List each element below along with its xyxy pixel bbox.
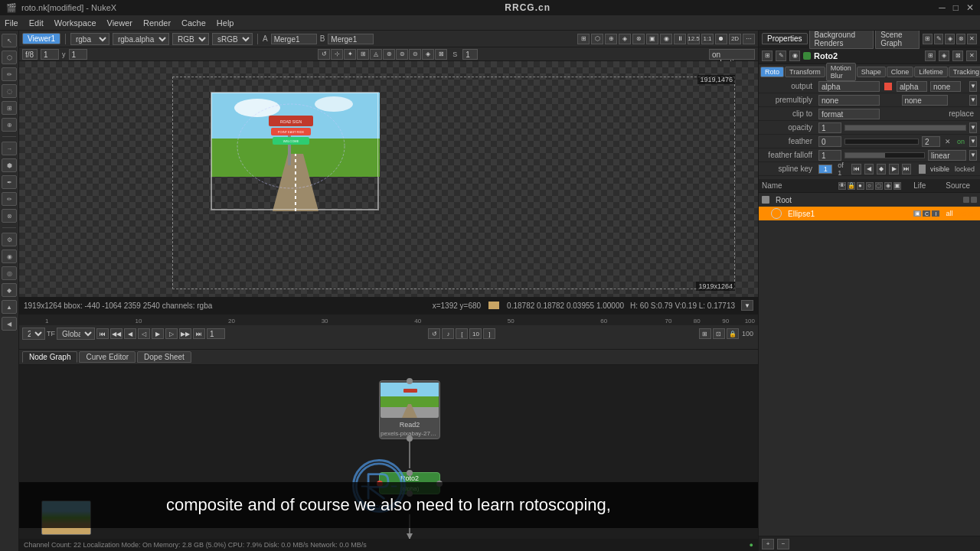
premultiply-value[interactable]: none (818, 95, 880, 106)
premultiply-value2[interactable]: none (902, 95, 948, 106)
panel-icon1[interactable]: ⊞ (923, 34, 933, 44)
spline-col-eye[interactable]: 👁 (838, 182, 846, 190)
visible-x[interactable] (919, 165, 926, 174)
menu-file[interactable]: File (5, 18, 18, 28)
transport-frame[interactable]: 1 (207, 328, 225, 339)
spline-set[interactable]: ◆ (877, 164, 886, 174)
feather-value[interactable]: 0 (818, 136, 841, 147)
root-lock[interactable] (971, 197, 977, 203)
roto-icon3[interactable]: ◉ (789, 51, 800, 61)
spline-col-dot3[interactable]: ◌ (875, 182, 883, 190)
toolbar-transform[interactable]: ⊕ (2, 118, 17, 132)
viewer-pause[interactable]: ⏸ (674, 34, 686, 44)
tool-r5[interactable]: ◬ (370, 49, 382, 60)
merge-a-select[interactable]: Merge1 (271, 34, 317, 44)
transport-10[interactable]: 10 (469, 328, 482, 339)
subtab-motion-blur[interactable]: Motion Blur (826, 63, 856, 81)
panel-close[interactable]: ✕ (967, 34, 977, 44)
frame-field[interactable]: f/8 (22, 49, 38, 60)
tab-background-renders[interactable]: Background Renders (809, 31, 874, 49)
subtab-shape[interactable]: Shape (857, 67, 886, 77)
roto-icon1[interactable]: ⊞ (762, 51, 773, 61)
spline-next[interactable]: ▶ (889, 164, 898, 174)
s-field[interactable]: 1 (462, 49, 478, 60)
transport-play-rev[interactable]: ◀ (124, 328, 136, 339)
y-field[interactable]: 1 (69, 49, 87, 60)
transport-extra3[interactable]: 🔒 (727, 328, 739, 339)
toolbar-blur[interactable]: ◌ (2, 84, 17, 98)
transport-mark-out[interactable]: ] (483, 328, 495, 339)
roto-header-close[interactable]: ✕ (966, 51, 977, 61)
tool-r10[interactable]: ⊠ (435, 49, 447, 60)
spline-root-row[interactable]: Root (759, 193, 980, 207)
on-selection[interactable]: on selection (709, 49, 755, 60)
tab-dope-sheet[interactable]: Dope Sheet (137, 351, 191, 363)
transport-end[interactable]: ⏭ (193, 328, 205, 339)
tab-node-graph[interactable]: Node Graph (22, 351, 77, 363)
transport-prev-frame[interactable]: ◀◀ (110, 328, 122, 339)
channel-alpha[interactable]: rgba.alpha (113, 33, 169, 45)
spline-col-dot5[interactable]: ▣ (893, 182, 901, 190)
viewer-icon1[interactable]: ⊞ (577, 34, 590, 44)
menu-help[interactable]: Help (217, 18, 234, 28)
subtab-clone[interactable]: Clone (887, 67, 914, 77)
subtab-tracking[interactable]: Tracking (949, 67, 980, 77)
tool-r2[interactable]: ⊹ (331, 49, 343, 60)
spline-last[interactable]: ⏭ (902, 164, 911, 174)
roto-header-icon2[interactable]: ◈ (939, 51, 949, 61)
status-expand[interactable]: ▼ (741, 300, 753, 311)
feather-val2[interactable]: 2 (922, 136, 940, 147)
toolbar-node2[interactable]: ⬢ (2, 158, 17, 172)
transport-prev[interactable]: ◁ (138, 328, 150, 339)
menu-viewer[interactable]: Viewer (107, 18, 132, 28)
panel-icon3[interactable]: ◈ (945, 34, 955, 44)
tool-r7[interactable]: ⊜ (396, 49, 408, 60)
menu-cache[interactable]: Cache (181, 18, 206, 28)
read2-input[interactable] (407, 378, 413, 384)
ellipse-ctrl2[interactable]: C (923, 210, 930, 217)
opacity-slider[interactable] (844, 125, 966, 131)
transport-ff[interactable]: ▶▶ (179, 328, 191, 339)
roto-header-icon3[interactable]: ⊠ (952, 51, 963, 61)
toolbar-eraser[interactable]: ⊗ (2, 209, 17, 223)
viewer-icon5[interactable]: ⊗ (632, 34, 645, 44)
toolbar-select[interactable]: ↖ (2, 34, 17, 47)
premultiply-expand[interactable]: ▼ (969, 95, 977, 106)
roto-icon2[interactable]: ✎ (776, 51, 786, 61)
viewer-icon3[interactable]: ⊕ (605, 34, 617, 44)
toolbar-arrow[interactable]: → (2, 142, 17, 155)
feather-expand[interactable]: ▼ (969, 136, 977, 147)
opacity-expand[interactable]: ▼ (969, 122, 977, 133)
node-read2[interactable]: Read2 pexels-pixabay-276299.jpg (379, 380, 440, 439)
read2-output[interactable] (407, 435, 413, 442)
toolbar-settings[interactable]: ⚙ (2, 233, 17, 246)
spline-col-dot4[interactable]: ◈ (884, 182, 892, 190)
spline-col-dot2[interactable]: ○ (866, 182, 874, 190)
viewer-fps[interactable]: 12.5 (688, 34, 700, 44)
output-expand[interactable]: ▼ (969, 81, 977, 92)
root-vis[interactable] (963, 197, 969, 203)
spline-first[interactable]: ⏮ (851, 164, 861, 174)
tool-r4[interactable]: ⊞ (357, 49, 369, 60)
opacity-value[interactable]: 1 (818, 122, 841, 133)
viewer-rec[interactable]: ⏺ (715, 34, 727, 44)
transport-mark-in[interactable]: [ (456, 328, 468, 339)
spline-key-value[interactable]: 1 (818, 165, 832, 174)
ellipse-ctrl3[interactable]: I (932, 210, 939, 217)
subtab-transform[interactable]: Transform (785, 67, 825, 77)
menu-edit[interactable]: Edit (29, 18, 44, 28)
maximize-button[interactable]: □ (953, 2, 959, 13)
viewer-icon6[interactable]: ▣ (646, 34, 658, 44)
tool-r6[interactable]: ⊛ (383, 49, 395, 60)
menu-workspace[interactable]: Workspace (54, 18, 96, 28)
panel-icon4[interactable]: ⊗ (956, 34, 966, 44)
tool-r8[interactable]: ⊝ (409, 49, 421, 60)
merge-b-select[interactable]: Merge1 (328, 34, 374, 44)
clipto-value[interactable]: format (818, 109, 880, 119)
tool-r1[interactable]: ↺ (318, 49, 330, 60)
toolbar-extra3[interactable]: ◀ (2, 317, 17, 331)
tab-curve-editor[interactable]: Curve Editor (79, 351, 136, 363)
spline-add[interactable]: + (762, 539, 774, 549)
feather-falloff-slider[interactable] (844, 152, 925, 158)
frame-num[interactable]: 1 (41, 49, 59, 60)
